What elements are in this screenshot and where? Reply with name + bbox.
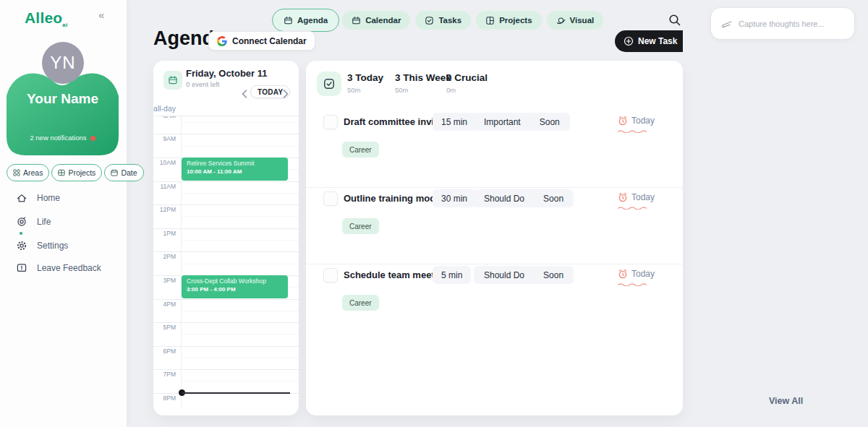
tab-projects[interactable]: Projects — [476, 11, 541, 30]
task-due-badge[interactable]: Today — [618, 269, 655, 279]
gutter-divider — [181, 101, 182, 410]
task-priority-pill[interactable]: Important Soon — [474, 113, 570, 131]
filter-date-button[interactable]: Date — [104, 164, 143, 181]
half-hour-line — [182, 358, 299, 358]
new-task-button[interactable]: New Task — [615, 30, 683, 52]
calendar-event[interactable]: Cross-Dept Collab Workshop 3:00 PM - 4:0… — [182, 275, 288, 298]
calendar-icon — [111, 169, 118, 176]
tab-label: Projects — [499, 16, 532, 25]
tab-label: Visual — [570, 16, 595, 25]
task-due-badge[interactable]: Today — [618, 192, 655, 202]
half-hour-line — [182, 381, 299, 381]
task-duration-pill[interactable]: 30 min — [433, 189, 476, 207]
task-duration-pill[interactable]: 5 min — [433, 266, 471, 284]
task-checkbox[interactable] — [323, 268, 338, 282]
sidebar-item-leave-feedback[interactable]: Leave Feedback — [16, 262, 101, 274]
hour-label: 5PM — [153, 324, 176, 331]
notifications-text[interactable]: 2 new notifications — [7, 134, 119, 142]
stat-duration: 50m — [395, 86, 451, 94]
stat-today: 3 Today 50m — [347, 72, 383, 94]
sidebar-item-settings[interactable]: Settings — [16, 240, 68, 251]
sidebar-collapse-icon[interactable]: « — [98, 9, 104, 21]
filter-label: Date — [121, 168, 137, 177]
due-underline-squiggle — [617, 206, 647, 210]
tab-visual[interactable]: Visual — [547, 11, 604, 30]
hour-label: 8PM — [153, 394, 176, 402]
hour-line — [153, 346, 299, 347]
task-row: Schedule team meeting 5 min Should Do So… — [306, 264, 683, 341]
tab-agenda[interactable]: Agenda — [274, 11, 337, 30]
hour-line — [153, 181, 299, 182]
stat-duration: 0m — [446, 86, 488, 94]
tab-label: Agenda — [297, 16, 328, 25]
all-day-label: all-day — [153, 104, 176, 113]
task-row: Outline training module 30 min Should Do… — [306, 188, 683, 264]
filter-label: Areas — [23, 168, 43, 177]
hour-line — [153, 134, 299, 134]
task-checkbox[interactable] — [323, 191, 338, 206]
sidebar: Alleoai « YN Your Name 2 new notificatio… — [0, 0, 127, 427]
hour-label: 12PM — [153, 206, 176, 213]
task-priority-pill[interactable]: Should Do Soon — [474, 266, 574, 284]
capture-thoughts-input[interactable] — [739, 20, 840, 28]
stat-label: 0 Crucial — [446, 72, 488, 83]
hour-label: 10AM — [153, 159, 176, 166]
hour-label: 3PM — [153, 277, 176, 284]
connect-calendar-button[interactable]: Connect Calendar — [208, 31, 315, 51]
half-hour-line — [182, 146, 299, 147]
timing-label: Soon — [540, 117, 560, 127]
search-icon[interactable] — [668, 14, 681, 27]
task-tag[interactable]: Career — [342, 295, 379, 311]
timing-label: Soon — [543, 270, 563, 280]
task-tag[interactable]: Career — [342, 142, 379, 158]
calendar-time-grid[interactable]: 8AM 9AM 10AM 11AM 12PM 1PM 2PM 3PM 4PM 5… — [153, 101, 299, 410]
task-tag[interactable]: Career — [342, 218, 379, 234]
tab-calendar[interactable]: Calendar — [342, 11, 410, 30]
sidebar-item-home[interactable]: Home — [16, 192, 60, 204]
alarm-clock-icon — [618, 116, 628, 126]
filter-projects-button[interactable]: Projects — [51, 164, 102, 181]
nav-label: Home — [37, 193, 60, 203]
timing-label: Soon — [543, 194, 563, 204]
priority-label: Should Do — [484, 270, 524, 280]
current-time-line — [182, 392, 290, 394]
task-priority-pill[interactable]: Should Do Soon — [474, 189, 574, 207]
view-all-link[interactable]: View All — [769, 396, 803, 406]
half-hour-line — [182, 122, 299, 123]
event-time: 3:00 PM - 4:00 PM — [187, 285, 283, 293]
filter-areas-button[interactable]: Areas — [7, 164, 49, 181]
sidebar-item-life[interactable]: Life — [16, 216, 51, 228]
target-icon — [16, 216, 27, 228]
tasks-summary-icon — [317, 72, 341, 96]
calendar-panel: Friday, October 11 0 event left TODAY — [153, 61, 299, 415]
due-underline-squiggle — [617, 282, 647, 286]
half-hour-line — [182, 334, 299, 335]
hour-line — [153, 228, 299, 229]
task-duration-pill[interactable]: 15 min — [433, 113, 476, 131]
gear-icon — [16, 240, 27, 251]
prev-day-icon[interactable] — [242, 88, 249, 97]
stat-crucial: 0 Crucial 0m — [446, 72, 488, 94]
due-underline-squiggle — [617, 129, 647, 133]
priority-label: Important — [484, 117, 521, 127]
agenda-icon — [284, 16, 293, 25]
hour-line — [153, 251, 299, 252]
half-hour-line — [182, 264, 299, 264]
hour-label: 6PM — [153, 348, 176, 355]
half-hour-line — [182, 240, 299, 241]
app-logo: Alleoai — [25, 9, 67, 28]
task-title[interactable]: Draft committee invite — [344, 116, 443, 127]
avatar[interactable]: YN — [42, 42, 84, 84]
tab-tasks[interactable]: Tasks — [415, 11, 471, 30]
calendar-event[interactable]: Retiree Services Summit 10:00 AM - 11:00… — [182, 158, 288, 181]
nav-label: Life — [37, 217, 51, 227]
stat-label: 3 This Week — [395, 72, 451, 83]
next-day-icon[interactable] — [283, 88, 290, 97]
home-icon — [16, 192, 27, 204]
task-due-badge[interactable]: Today — [618, 116, 655, 126]
nav-label: Leave Feedback — [37, 263, 101, 273]
filter-label: Projects — [68, 168, 95, 177]
calendar-events-left: 0 event left — [186, 80, 219, 88]
hour-label: 7PM — [153, 371, 176, 378]
task-checkbox[interactable] — [323, 115, 338, 129]
